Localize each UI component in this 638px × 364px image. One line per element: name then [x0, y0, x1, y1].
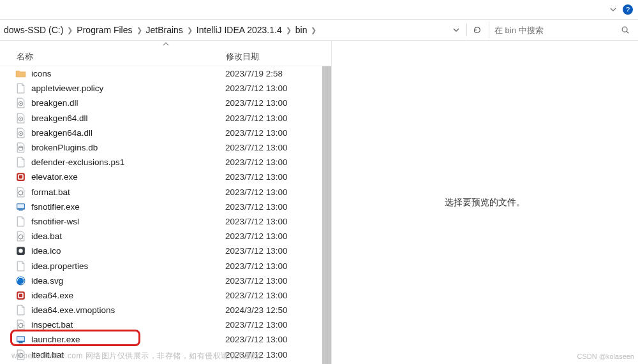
chevron-right-icon: ❯ [183, 26, 197, 34]
file-list-pane: 名称 修改日期 icons2023/7/19 2:58appletviewer.… [0, 41, 332, 364]
svg-rect-22 [19, 294, 22, 297]
chevron-right-icon: ❯ [133, 26, 146, 34]
chevron-down-icon[interactable] [606, 5, 620, 15]
file-date: 2023/7/12 13:00 [216, 187, 331, 197]
file-date: 2023/7/12 13:00 [216, 172, 331, 182]
svg-rect-14 [17, 204, 24, 208]
file-row[interactable]: launcher.exe2023/7/12 13:00 [0, 332, 331, 347]
column-name[interactable]: 名称 [0, 51, 217, 62]
breadcrumb-part[interactable]: Program Files [77, 25, 132, 35]
file-row[interactable]: idea64.exe.vmoptions2024/3/23 12:50 [0, 303, 331, 317]
file-name: inspect.bat [31, 320, 216, 330]
history-dropdown-button[interactable] [447, 22, 465, 38]
file-icon [15, 83, 26, 94]
db-icon [15, 142, 26, 153]
file-row[interactable]: defender-exclusions.ps12023/7/12 13:00 [0, 155, 331, 170]
breadcrumb-part[interactable]: bin [295, 25, 308, 35]
address-bar: dows-SSD (C:) ❯ Program Files ❯ JetBrain… [0, 19, 638, 41]
file-name: idea64.exe.vmoptions [31, 305, 216, 315]
ico-icon [15, 245, 26, 256]
file-row[interactable]: fsnotifier.exe2023/7/12 13:00 [0, 200, 331, 214]
watermark-right: CSDN @kolaseen [577, 353, 634, 360]
file-name: fsnotifier.exe [31, 202, 216, 212]
file-name: launcher.exe [31, 335, 216, 344]
run-icon [15, 334, 26, 345]
file-row[interactable]: idea64.exe2023/7/12 13:00 [0, 288, 331, 303]
file-date: 2023/7/12 13:00 [216, 157, 331, 167]
file-name: format.bat [31, 187, 216, 197]
file-name: idea.bat [31, 231, 216, 241]
svg-rect-26 [19, 342, 22, 344]
svg-icon [15, 275, 26, 286]
file-row[interactable]: idea.svg2023/7/12 13:00 [0, 273, 331, 288]
file-row[interactable]: idea.properties2023/7/12 13:00 [0, 258, 331, 273]
file-row[interactable]: breakgen.dll2023/7/12 13:00 [0, 96, 331, 110]
dll-icon [15, 127, 26, 138]
column-date[interactable]: 修改日期 [217, 51, 331, 62]
file-row[interactable]: icons2023/7/19 2:58 [0, 66, 331, 81]
file-row[interactable]: brokenPlugins.db2023/7/12 13:00 [0, 140, 331, 155]
file-date: 2023/7/12 13:00 [216, 143, 331, 152]
chevron-right-icon: ❯ [282, 26, 295, 34]
svg-point-3 [20, 103, 21, 105]
svg-point-5 [20, 118, 21, 119]
file-rows: icons2023/7/19 2:58appletviewer.policy20… [0, 66, 331, 364]
watermark-text: wwberInsetthe.com 网络图片仅供展示，非存储，如有侵权请联系删除 [11, 351, 261, 361]
dll-icon [15, 113, 26, 124]
file-date: 2023/7/12 13:00 [216, 231, 331, 241]
file-icon [15, 157, 26, 168]
file-row[interactable]: format.bat2023/7/12 13:00 [0, 185, 331, 200]
file-row[interactable]: appletviewer.policy2023/7/12 13:00 [0, 81, 331, 96]
chevron-right-icon: ❯ [63, 26, 77, 34]
file-icon [15, 216, 26, 227]
file-date: 2023/7/12 13:00 [216, 246, 331, 256]
exe2-icon [15, 290, 26, 301]
file-row[interactable]: inspect.bat2023/7/12 13:00 [0, 317, 331, 332]
file-name: breakgen64a.dll [31, 128, 216, 138]
bat-icon [15, 319, 26, 330]
file-name: idea.svg [31, 276, 216, 286]
bat-icon [15, 231, 26, 242]
titlebar-controls: ? [0, 0, 638, 19]
exe2-icon [15, 171, 26, 182]
file-date: 2023/7/12 13:00 [216, 128, 331, 138]
file-name: idea.properties [31, 261, 216, 271]
breadcrumb-part[interactable]: dows-SSD (C:) [4, 25, 63, 35]
svg-point-18 [19, 249, 22, 253]
breadcrumb[interactable]: dows-SSD (C:) ❯ Program Files ❯ JetBrain… [4, 25, 447, 35]
file-name: elevator.exe [31, 172, 216, 182]
file-name: appletviewer.policy [31, 84, 216, 93]
file-date: 2023/7/19 2:58 [216, 69, 331, 78]
file-name: breakgen64.dll [31, 113, 216, 123]
scrollbar[interactable] [322, 66, 331, 364]
file-date: 2023/7/12 13:00 [216, 261, 331, 271]
sort-indicator-icon[interactable] [0, 41, 331, 47]
svg-point-7 [20, 133, 21, 134]
help-icon[interactable]: ? [623, 4, 633, 15]
search-input[interactable] [489, 22, 616, 38]
file-row[interactable]: idea.bat2023/7/12 13:00 [0, 229, 331, 244]
file-date: 2024/3/23 12:50 [216, 305, 331, 315]
breadcrumb-part[interactable]: IntelliJ IDEA 2023.1.4 [197, 25, 282, 35]
search-button[interactable] [616, 22, 634, 38]
svg-line-1 [627, 31, 628, 33]
run-icon [15, 201, 26, 212]
file-date: 2023/7/12 13:00 [216, 335, 331, 344]
preview-empty-text: 选择要预览的文件。 [445, 197, 525, 208]
chevron-right-icon: ❯ [307, 26, 320, 34]
file-row[interactable]: breakgen64a.dll2023/7/12 13:00 [0, 126, 331, 140]
file-name: icons [31, 69, 216, 78]
scrollbar-thumb[interactable] [322, 66, 331, 364]
file-icon [15, 261, 26, 272]
file-name: fsnotifier-wsl [31, 217, 216, 226]
file-date: 2023/7/12 13:00 [216, 320, 331, 330]
breadcrumb-part[interactable]: JetBrains [146, 25, 183, 35]
refresh-button[interactable] [468, 22, 486, 38]
file-row[interactable]: fsnotifier-wsl2023/7/12 13:00 [0, 214, 331, 229]
file-row[interactable]: elevator.exe2023/7/12 13:00 [0, 170, 331, 184]
file-row[interactable]: idea.ico2023/7/12 13:00 [0, 244, 331, 258]
preview-pane: 选择要预览的文件。 [332, 41, 638, 364]
dll-icon [15, 98, 26, 108]
file-row[interactable]: breakgen64.dll2023/7/12 13:00 [0, 111, 331, 126]
file-date: 2023/7/12 13:00 [216, 291, 331, 300]
